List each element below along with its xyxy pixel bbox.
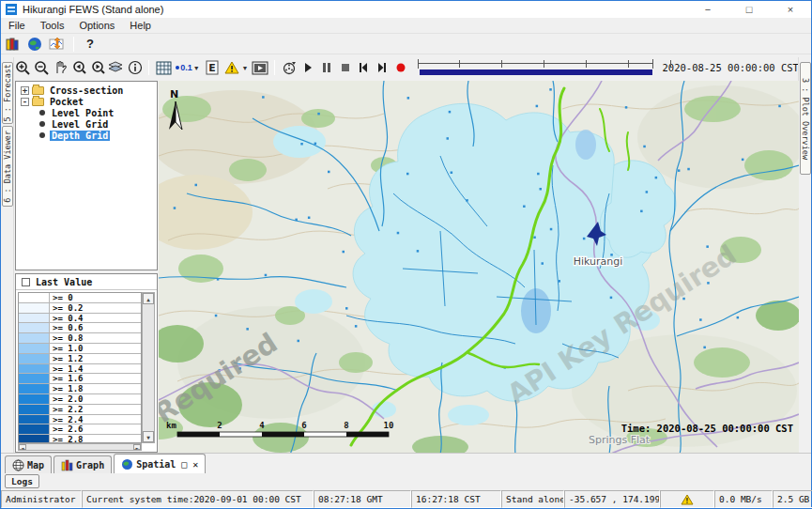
tree-item-depth-grid[interactable]: Depth Grid	[16, 130, 157, 141]
left-tab-strip: 5 : Forecast 6 : Data Viewer	[1, 57, 14, 453]
legend-horizontal-scrollbar[interactable]: ◄ ►	[18, 443, 142, 451]
svg-text:2: 2	[217, 421, 222, 430]
pan-hand-icon[interactable]	[53, 58, 69, 77]
animation-settings-icon[interactable]	[281, 58, 298, 77]
spatial-toolbar: 0.1 ▼ E ▼	[14, 54, 799, 81]
record-button[interactable]	[392, 58, 409, 77]
legend-row[interactable]: >= 2.8	[19, 435, 141, 443]
last-value-checkbox[interactable]	[22, 278, 30, 286]
legend-value-label: >= 0.6	[50, 323, 141, 332]
app-logo-icon	[6, 4, 17, 15]
stop-button[interactable]	[337, 58, 354, 77]
timeseries-display-icon[interactable]	[47, 35, 68, 54]
menu-help[interactable]: Help	[122, 18, 159, 33]
minimize-button[interactable]: −	[687, 1, 728, 18]
contour-dropdown-button[interactable]: 0.1 ▼	[174, 58, 201, 77]
legend-vertical-scrollbar[interactable]: ▲ ▼	[142, 292, 155, 443]
zoom-out-icon[interactable]	[34, 58, 51, 77]
svg-text:E: E	[208, 62, 216, 74]
legend-row[interactable]: >= 0.4	[19, 314, 141, 324]
warning-icon	[681, 494, 694, 505]
collapse-icon[interactable]: -	[21, 98, 29, 106]
spatial-maximize-icon[interactable]: □	[181, 459, 187, 470]
legend-row[interactable]: >= 1.2	[19, 354, 141, 364]
info-icon[interactable]	[127, 58, 144, 77]
close-button[interactable]: ×	[770, 1, 811, 18]
legend-value-label: >= 2.0	[50, 394, 141, 404]
tab-plot-overview[interactable]: 3 : Plot Overview	[800, 62, 811, 175]
next-frame-button[interactable]	[374, 58, 391, 77]
tree-item-pocket[interactable]: - Pocket	[16, 96, 157, 107]
legend-row[interactable]: >= 0.2	[19, 303, 141, 314]
legend-swatch	[19, 354, 50, 363]
scroll-down-icon[interactable]: ▼	[143, 431, 154, 442]
tree-item-cross-section[interactable]: + Cross-section	[16, 85, 157, 96]
scroll-up-icon[interactable]: ▲	[143, 293, 154, 304]
legend-row[interactable]: >= 0.6	[19, 323, 141, 333]
legend-row[interactable]: >= 1.6	[19, 374, 141, 384]
previous-frame-button[interactable]	[356, 58, 373, 77]
legend-row[interactable]: >= 1.4	[19, 364, 141, 375]
tab-data-viewer[interactable]: 6 : Data Viewer	[2, 126, 13, 207]
status-mode: Stand alone	[501, 490, 564, 508]
legend-value-label: >= 0.8	[50, 333, 141, 343]
help-button[interactable]: ?	[80, 35, 100, 54]
folder-icon	[32, 98, 44, 106]
legend-row[interactable]: >= 1.8	[19, 384, 141, 394]
selected-tree-label: Depth Grid	[50, 131, 110, 141]
tab-spatial[interactable]: Spatial □ ✕	[114, 454, 206, 473]
svg-text:10: 10	[384, 421, 394, 430]
warning-dropdown-button[interactable]: ▼	[222, 58, 250, 77]
legend-row[interactable]: >= 2.2	[19, 405, 141, 415]
legend-toggle-button[interactable]: E	[204, 58, 221, 77]
logs-button[interactable]: Logs	[5, 474, 39, 488]
toolbar-separator	[73, 37, 74, 52]
tab-map[interactable]: Map	[5, 455, 52, 473]
menu-file[interactable]: File	[1, 18, 33, 33]
grid-display-icon[interactable]	[155, 58, 172, 77]
menu-tools[interactable]: Tools	[33, 18, 72, 33]
last-value-label: Last Value	[36, 277, 92, 287]
expand-icon[interactable]: +	[21, 86, 29, 95]
zoom-previous-icon[interactable]	[70, 58, 87, 77]
last-value-row[interactable]: Last Value	[16, 274, 157, 290]
legend-row[interactable]: >= 2.4	[19, 415, 141, 425]
pause-button[interactable]	[318, 58, 335, 77]
layers-icon[interactable]	[108, 58, 125, 77]
legend-row[interactable]: >= 0.8	[19, 333, 141, 344]
zoom-in-icon[interactable]	[15, 58, 32, 77]
legend-swatch	[19, 424, 50, 434]
application-window: Hikurangi FEWS (Stand alone) − □ × File …	[0, 0, 812, 509]
svg-text:8: 8	[344, 421, 348, 430]
bullet-icon	[39, 121, 45, 127]
play-button[interactable]	[299, 58, 316, 77]
tree-item-level-point[interactable]: Level Point	[16, 107, 157, 118]
legend-value-label: >= 0.2	[50, 303, 141, 313]
menu-options[interactable]: Options	[71, 18, 122, 33]
title-bar: Hikurangi FEWS (Stand alone) − □ ×	[1, 1, 811, 18]
contour-value-label: 0.1	[180, 63, 192, 72]
scroll-left-icon[interactable]: ◄	[19, 444, 26, 450]
time-slider[interactable]	[416, 57, 655, 78]
tree-item-level-grid[interactable]: Level Grid	[16, 118, 157, 130]
spatial-map[interactable]: API Key Required API Key Required Hikura…	[159, 81, 799, 455]
legend-swatch	[19, 323, 50, 332]
legend-row[interactable]: >= 1.0	[19, 344, 141, 354]
tab-graph[interactable]: Graph	[54, 455, 112, 473]
spatial-close-icon[interactable]: ✕	[192, 459, 198, 470]
scroll-right-icon[interactable]: ►	[133, 444, 141, 450]
map-display-icon[interactable]	[24, 35, 45, 54]
status-bar: Administrator Current system time:2020-0…	[1, 490, 811, 508]
movie-export-icon[interactable]	[252, 58, 268, 77]
database-icon[interactable]	[2, 35, 23, 54]
zoom-next-icon[interactable]	[89, 58, 106, 77]
contour-dot-icon	[176, 66, 179, 69]
legend-row[interactable]: >= 2.6	[19, 424, 141, 435]
legend-row[interactable]: >= 0	[19, 293, 141, 303]
tab-forecast[interactable]: 5 : Forecast	[2, 62, 13, 124]
bullet-icon	[39, 110, 45, 116]
maximize-button[interactable]: □	[728, 1, 770, 18]
legend-swatch	[19, 394, 50, 404]
legend-row[interactable]: >= 2.0	[19, 394, 141, 405]
status-warning-cell[interactable]	[660, 490, 714, 508]
